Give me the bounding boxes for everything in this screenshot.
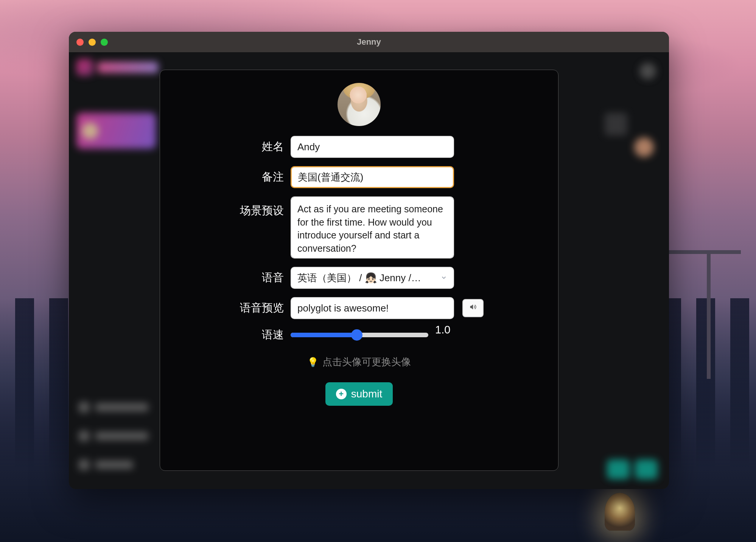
speaker-icon: [469, 303, 477, 313]
speed-slider[interactable]: [291, 333, 428, 337]
name-label: 姓名: [235, 139, 284, 154]
remark-label: 备注: [235, 170, 284, 185]
window-title: Jenny: [357, 37, 381, 47]
preset-row: 场景预设 Act as if you are meeting someone f…: [235, 196, 484, 259]
remark-row: 备注: [235, 166, 484, 188]
voice-select-value: 英语（美国） / 👧🏻 Jenny /…: [297, 271, 421, 285]
speed-value: 1.0: [435, 324, 454, 336]
voice-select[interactable]: 英语（美国） / 👧🏻 Jenny /…: [291, 267, 454, 289]
voice-row: 语音 英语（美国） / 👧🏻 Jenny /…: [235, 267, 484, 289]
preset-label: 场景预设: [235, 196, 284, 218]
remark-input[interactable]: [291, 166, 454, 188]
submit-button[interactable]: + submit: [325, 382, 393, 406]
voice-label: 语音: [235, 270, 284, 285]
slider-thumb[interactable]: [351, 329, 362, 341]
lightbulb-icon: 💡: [307, 357, 319, 368]
titlebar: Jenny: [69, 32, 669, 52]
speed-label: 语速: [235, 327, 284, 343]
window-controls: [76, 39, 108, 46]
close-window-button[interactable]: [76, 39, 84, 46]
preset-textarea[interactable]: Act as if you are meeting someone for th…: [291, 196, 454, 259]
speed-row: 语速 1.0: [235, 327, 484, 343]
slider-fill: [291, 333, 357, 337]
preview-row: 语音预览: [235, 297, 484, 319]
app-body: 姓名 备注 场景预设 Act as if you are meeting som…: [69, 52, 669, 489]
character-settings-modal: 姓名 备注 场景预设 Act as if you are meeting som…: [160, 70, 558, 471]
minimize-window-button[interactable]: [89, 39, 96, 46]
name-row: 姓名: [235, 136, 484, 158]
chevron-down-icon: [440, 272, 447, 284]
preview-label: 语音预览: [235, 301, 284, 316]
settings-form: 姓名 备注 场景预设 Act as if you are meeting som…: [235, 136, 484, 343]
app-window: Jenny: [69, 32, 669, 489]
avatar[interactable]: [338, 83, 381, 126]
submit-label: submit: [351, 388, 382, 400]
avatar-hint: 💡 点击头像可更换头像: [307, 355, 411, 369]
hint-text: 点击头像可更换头像: [322, 355, 411, 369]
play-preview-button[interactable]: [462, 299, 484, 317]
maximize-window-button[interactable]: [101, 39, 108, 46]
name-input[interactable]: [291, 136, 454, 158]
preview-input[interactable]: [291, 297, 454, 319]
plus-icon: +: [336, 389, 347, 399]
